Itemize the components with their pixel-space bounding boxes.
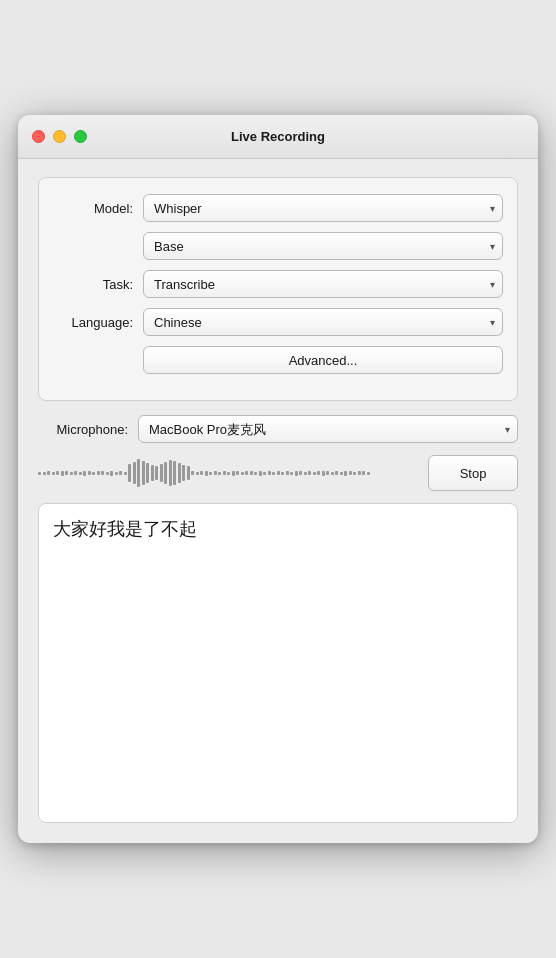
waveform-bar <box>178 463 181 483</box>
waveform-bar <box>61 471 64 476</box>
waveform-bar <box>367 472 370 475</box>
waveform-bar <box>286 471 289 475</box>
waveform-bar <box>133 462 136 484</box>
waveform-bar <box>281 472 284 475</box>
waveform-bar <box>322 471 325 476</box>
waveform-bar <box>88 471 91 475</box>
waveform-bar <box>362 471 365 475</box>
waveform-bar <box>52 472 55 475</box>
minimize-button[interactable] <box>53 130 66 143</box>
waveform-bar <box>335 471 338 475</box>
maximize-button[interactable] <box>74 130 87 143</box>
waveform-bar <box>263 472 266 475</box>
waveform-bar <box>232 471 235 476</box>
waveform-bar <box>358 471 361 475</box>
waveform-bar <box>304 472 307 475</box>
language-row: Language: Chinese English Japanese Korea… <box>53 308 503 336</box>
base-select[interactable]: Base Tiny Small Medium Large <box>143 232 503 260</box>
waveform-bar <box>196 472 199 475</box>
waveform-bar <box>191 471 194 475</box>
waveform-bar <box>169 460 172 486</box>
waveform-bar <box>250 471 253 475</box>
waveform-bar <box>155 466 158 480</box>
waveform-bar <box>295 471 298 476</box>
waveform-bar <box>187 466 190 480</box>
waveform-bar <box>205 471 208 476</box>
waveform-bar <box>56 471 59 475</box>
audio-controls-row: Stop <box>38 455 518 491</box>
waveform-bar <box>223 471 226 475</box>
waveform-bar <box>101 471 104 475</box>
waveform-bar <box>47 471 50 475</box>
waveform-bar <box>137 459 140 487</box>
waveform-bar <box>344 471 347 476</box>
waveform-bar <box>349 471 352 475</box>
waveform-bar <box>290 472 293 475</box>
model-select[interactable]: Whisper OpenAI Local <box>143 194 503 222</box>
waveform-bar <box>326 471 329 475</box>
waveform-bar <box>214 471 217 475</box>
base-row: Base Tiny Small Medium Large ▾ <box>53 232 503 260</box>
waveform-bar <box>218 472 221 475</box>
microphone-row: Microphone: MacBook Pro麦克风 External Micr… <box>38 415 518 443</box>
waveform-bar <box>65 471 68 475</box>
model-label: Model: <box>53 201 133 216</box>
language-label: Language: <box>53 315 133 330</box>
waveform-bar <box>317 471 320 475</box>
waveform-bar <box>151 465 154 481</box>
title-bar: Live Recording <box>18 115 538 159</box>
waveform-bar <box>209 472 212 475</box>
traffic-lights <box>32 130 87 143</box>
waveform-bar <box>110 471 113 476</box>
advanced-row: Advanced... <box>53 346 503 374</box>
base-select-wrapper: Base Tiny Small Medium Large ▾ <box>143 232 503 260</box>
waveform-bar <box>331 472 334 475</box>
microphone-select[interactable]: MacBook Pro麦克风 External Microphone <box>138 415 518 443</box>
waveform-bar <box>146 463 149 483</box>
waveform-bar <box>182 465 185 481</box>
model-row: Model: Whisper OpenAI Local ▾ <box>53 194 503 222</box>
waveform-bar <box>268 471 271 475</box>
waveform-bar <box>299 471 302 475</box>
waveform-bar <box>353 472 356 475</box>
waveform-bar <box>160 464 163 482</box>
waveform-bar <box>97 471 100 475</box>
task-select-wrapper: Transcribe Translate ▾ <box>143 270 503 298</box>
waveform-bar <box>227 472 230 475</box>
waveform-bar <box>43 472 46 475</box>
waveform-bar <box>38 472 41 475</box>
transcription-text: 大家好我是了不起 <box>53 519 197 539</box>
waveform-bar <box>92 472 95 475</box>
waveform-bar <box>245 471 248 475</box>
waveform-bar <box>142 461 145 485</box>
language-select-wrapper: Chinese English Japanese Korean French ▾ <box>143 308 503 336</box>
advanced-button[interactable]: Advanced... <box>143 346 503 374</box>
waveform-bar <box>173 461 176 485</box>
waveform-display <box>38 455 418 491</box>
transcription-area[interactable]: 大家好我是了不起 <box>38 503 518 823</box>
close-button[interactable] <box>32 130 45 143</box>
waveform-bar <box>259 471 262 476</box>
task-select[interactable]: Transcribe Translate <box>143 270 503 298</box>
main-window: Live Recording Model: Whisper OpenAI Loc… <box>18 115 538 843</box>
task-row: Task: Transcribe Translate ▾ <box>53 270 503 298</box>
waveform-bar <box>200 471 203 475</box>
window-content: Model: Whisper OpenAI Local ▾ Base Tiny <box>18 159 538 843</box>
waveform-bar <box>70 472 73 475</box>
window-title: Live Recording <box>231 129 325 144</box>
waveform-bar <box>308 471 311 475</box>
waveform-bar <box>74 471 77 475</box>
waveform-bar <box>119 471 122 475</box>
stop-button[interactable]: Stop <box>428 455 518 491</box>
waveform-bar <box>313 472 316 475</box>
waveform-bar <box>241 472 244 475</box>
microphone-select-wrapper: MacBook Pro麦克风 External Microphone ▾ <box>138 415 518 443</box>
task-label: Task: <box>53 277 133 292</box>
waveform-bar <box>106 472 109 475</box>
model-select-wrapper: Whisper OpenAI Local ▾ <box>143 194 503 222</box>
language-select[interactable]: Chinese English Japanese Korean French <box>143 308 503 336</box>
waveform-bar <box>164 462 167 484</box>
waveform-bar <box>79 472 82 475</box>
waveform-bar <box>124 472 127 475</box>
waveform-bar <box>254 472 257 475</box>
